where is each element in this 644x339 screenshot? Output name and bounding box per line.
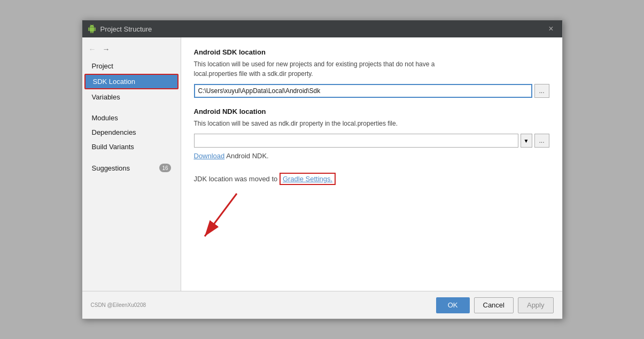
ndk-input-row: ▼ ...	[194, 134, 549, 148]
annotation-arrow	[194, 188, 549, 252]
arrow-svg	[194, 188, 301, 252]
ndk-browse-button[interactable]: ...	[534, 134, 549, 148]
gradle-settings-link[interactable]: Gradle Settings.	[280, 173, 336, 185]
footer-note: CSDN @EileenXu0208	[91, 302, 146, 308]
ok-button[interactable]: OK	[436, 297, 470, 313]
apply-button[interactable]: Apply	[518, 297, 554, 313]
sdk-section-title: Android SDK location	[194, 48, 549, 56]
content-area: Android SDK location This location will …	[181, 37, 562, 291]
sidebar-item-label: Build Variants	[92, 143, 134, 151]
ndk-download-row: Download Android NDK.	[194, 152, 549, 160]
cancel-button[interactable]: Cancel	[474, 297, 514, 313]
sdk-section-desc: This location will be used for new proje…	[194, 59, 549, 79]
dialog-body: ← → Project SDK Location Variables Modul…	[82, 37, 562, 291]
sdk-location-input[interactable]	[194, 84, 532, 98]
ndk-download-suffix: Android NDK.	[226, 152, 268, 160]
sidebar-item-modules[interactable]: Modules	[84, 111, 179, 125]
suggestions-badge: 16	[159, 164, 170, 172]
title-bar-left: Project Structure	[88, 25, 152, 33]
sidebar: ← → Project SDK Location Variables Modul…	[82, 37, 181, 291]
ndk-section-title: Android NDK location	[194, 107, 549, 115]
sidebar-item-sdk-location[interactable]: SDK Location	[84, 74, 179, 89]
sidebar-item-variables[interactable]: Variables	[84, 90, 179, 104]
sidebar-item-label: SDK Location	[93, 78, 136, 86]
nav-toolbar: ← →	[82, 42, 181, 59]
ndk-section-desc: This location will be saved as ndk.dir p…	[194, 119, 549, 128]
ndk-location-input[interactable]	[194, 134, 518, 148]
sidebar-item-build-variants[interactable]: Build Variants	[84, 140, 179, 153]
sidebar-item-dependencies[interactable]: Dependencies	[84, 126, 179, 139]
sidebar-item-label: Modules	[92, 114, 118, 122]
download-ndk-link[interactable]: Download	[194, 152, 225, 160]
close-button[interactable]: ×	[545, 24, 556, 34]
svg-line-1	[205, 194, 237, 236]
jdk-section: JDK location was moved to Gradle Setting…	[194, 175, 549, 183]
sidebar-item-project[interactable]: Project	[84, 59, 179, 73]
project-structure-dialog: Project Structure × ← → Project SDK Loca…	[82, 20, 563, 319]
forward-button[interactable]: →	[100, 44, 112, 55]
sidebar-item-label: Suggestions	[92, 164, 130, 172]
sdk-browse-button[interactable]: ...	[534, 84, 549, 98]
sidebar-item-label: Dependencies	[92, 128, 136, 136]
title-bar-title: Project Structure	[100, 25, 152, 33]
title-bar: Project Structure ×	[82, 20, 562, 37]
ndk-dropdown-button[interactable]: ▼	[521, 134, 532, 148]
sidebar-item-suggestions[interactable]: Suggestions 16	[84, 161, 179, 175]
back-button[interactable]: ←	[87, 44, 98, 55]
sdk-input-row: ...	[194, 84, 549, 98]
dialog-footer: CSDN @EileenXu0208 OK Cancel Apply	[82, 291, 562, 319]
ndk-section: Android NDK location This location will …	[194, 107, 549, 160]
sidebar-item-label: Variables	[92, 93, 120, 101]
jdk-text: JDK location was moved to	[194, 175, 280, 183]
sidebar-item-label: Project	[92, 62, 113, 70]
android-icon	[88, 25, 96, 33]
